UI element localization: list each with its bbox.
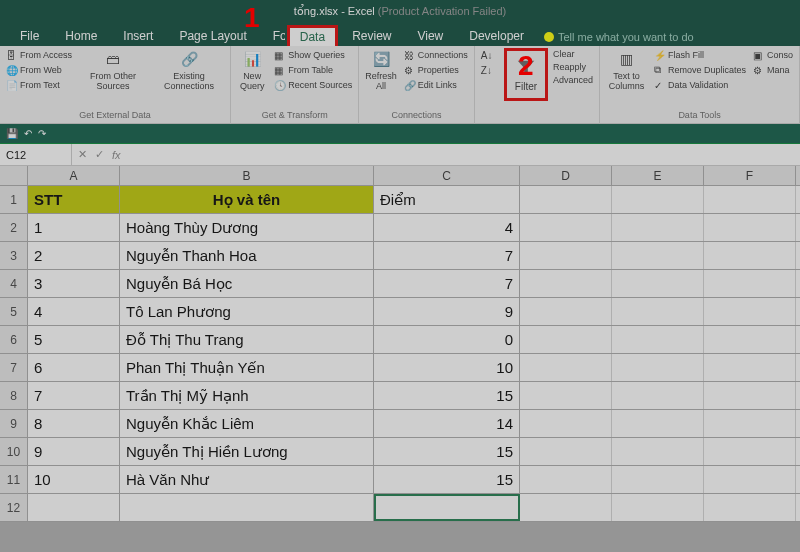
cell[interactable]: [612, 242, 704, 269]
cell[interactable]: [28, 494, 120, 521]
cell[interactable]: [612, 214, 704, 241]
row-header[interactable]: 7: [0, 354, 28, 381]
cell[interactable]: [704, 382, 796, 409]
cell[interactable]: 9: [374, 298, 520, 325]
new-query-button[interactable]: 📊New Query: [235, 48, 269, 94]
tab-file[interactable]: File: [8, 26, 51, 46]
tab-data[interactable]: Data: [287, 25, 338, 46]
clear-filter-button[interactable]: Clear: [551, 48, 595, 60]
existing-connections-button[interactable]: 🔗Existing Connections: [152, 48, 226, 94]
cell[interactable]: 15: [374, 438, 520, 465]
row-header[interactable]: 9: [0, 410, 28, 437]
name-box[interactable]: C12: [0, 144, 72, 165]
cell[interactable]: Điểm: [374, 186, 520, 213]
show-queries-button[interactable]: ▦Show Queries: [272, 48, 354, 62]
tab-insert[interactable]: Insert: [111, 26, 165, 46]
save-icon[interactable]: 💾: [6, 128, 18, 139]
cell[interactable]: Tô Lan Phương: [120, 298, 374, 325]
cell[interactable]: 3: [28, 270, 120, 297]
cell[interactable]: 10: [28, 466, 120, 493]
properties-button[interactable]: ⚙Properties: [402, 63, 470, 77]
cell[interactable]: [520, 466, 612, 493]
cell[interactable]: [520, 494, 612, 521]
undo-icon[interactable]: ↶: [24, 128, 32, 139]
cell[interactable]: [612, 410, 704, 437]
row-header[interactable]: 8: [0, 382, 28, 409]
cell[interactable]: Nguyễn Bá Học: [120, 270, 374, 297]
cell[interactable]: [612, 494, 704, 521]
row-header[interactable]: 6: [0, 326, 28, 353]
cell[interactable]: [520, 410, 612, 437]
advanced-button[interactable]: Advanced: [551, 74, 595, 86]
cell[interactable]: [704, 214, 796, 241]
row-header[interactable]: 12: [0, 494, 28, 521]
cell[interactable]: [520, 438, 612, 465]
sort-desc-button[interactable]: Z↓: [479, 63, 495, 77]
cell[interactable]: [520, 270, 612, 297]
cell[interactable]: [704, 186, 796, 213]
cell[interactable]: 6: [28, 354, 120, 381]
reapply-button[interactable]: Reapply: [551, 61, 595, 73]
refresh-all-button[interactable]: 🔄Refresh All: [363, 48, 399, 94]
cell[interactable]: [520, 298, 612, 325]
cell[interactable]: Nguyễn Thanh Hoa: [120, 242, 374, 269]
from-text-button[interactable]: 📄From Text: [4, 78, 74, 92]
col-header-d[interactable]: D: [520, 166, 612, 185]
cell[interactable]: [704, 242, 796, 269]
from-access-button[interactable]: 🗄From Access: [4, 48, 74, 62]
cell[interactable]: [520, 186, 612, 213]
cell[interactable]: 1: [28, 214, 120, 241]
cell[interactable]: Trần Thị Mỹ Hạnh: [120, 382, 374, 409]
cell[interactable]: [612, 186, 704, 213]
cell[interactable]: 2: [28, 242, 120, 269]
consolidate-button[interactable]: ▣Conso: [751, 48, 795, 62]
cell[interactable]: Nguyễn Khắc Liêm: [120, 410, 374, 437]
cell[interactable]: [704, 298, 796, 325]
cell[interactable]: Phan Thị Thuận Yến: [120, 354, 374, 381]
cell[interactable]: [612, 326, 704, 353]
row-header[interactable]: 4: [0, 270, 28, 297]
manage-button[interactable]: ⚙Mana: [751, 63, 795, 77]
cell[interactable]: Hoàng Thùy Dương: [120, 214, 374, 241]
cell[interactable]: 15: [374, 466, 520, 493]
cell[interactable]: Đỗ Thị Thu Trang: [120, 326, 374, 353]
tell-me-box[interactable]: Tell me what you want to do: [538, 28, 700, 46]
tab-formulas[interactable]: Formulas: [261, 26, 285, 46]
cell[interactable]: Nguyễn Thị Hiền Lương: [120, 438, 374, 465]
cell[interactable]: [704, 270, 796, 297]
cell[interactable]: [520, 354, 612, 381]
formula-bar[interactable]: ✕ ✓ fx: [72, 148, 127, 161]
cell[interactable]: [612, 354, 704, 381]
cell[interactable]: [520, 214, 612, 241]
from-other-sources-button[interactable]: 🗃From Other Sources: [77, 48, 149, 94]
cell[interactable]: [612, 438, 704, 465]
connections-button[interactable]: ⛓Connections: [402, 48, 470, 62]
cell[interactable]: [520, 242, 612, 269]
cell[interactable]: 4: [28, 298, 120, 325]
cell[interactable]: 9: [28, 438, 120, 465]
cell[interactable]: 7: [28, 382, 120, 409]
cell[interactable]: [704, 410, 796, 437]
cell[interactable]: 14: [374, 410, 520, 437]
cell[interactable]: [704, 354, 796, 381]
select-all-corner[interactable]: [0, 166, 28, 185]
text-to-columns-button[interactable]: ▥Text to Columns: [604, 48, 649, 94]
cell[interactable]: 4: [374, 214, 520, 241]
cell[interactable]: [704, 466, 796, 493]
row-header[interactable]: 5: [0, 298, 28, 325]
cell[interactable]: [120, 494, 374, 521]
cell[interactable]: 8: [28, 410, 120, 437]
cell[interactable]: 0: [374, 326, 520, 353]
row-header[interactable]: 1: [0, 186, 28, 213]
tab-home[interactable]: Home: [53, 26, 109, 46]
edit-links-button[interactable]: 🔗Edit Links: [402, 78, 470, 92]
col-header-c[interactable]: C: [374, 166, 520, 185]
cell[interactable]: [704, 438, 796, 465]
fx-icon[interactable]: fx: [112, 149, 121, 161]
cell-selected[interactable]: [374, 494, 520, 521]
recent-sources-button[interactable]: 🕓Recent Sources: [272, 78, 354, 92]
cell[interactable]: [704, 494, 796, 521]
row-header[interactable]: 3: [0, 242, 28, 269]
cell[interactable]: 10: [374, 354, 520, 381]
cell[interactable]: Hà Văn Như: [120, 466, 374, 493]
